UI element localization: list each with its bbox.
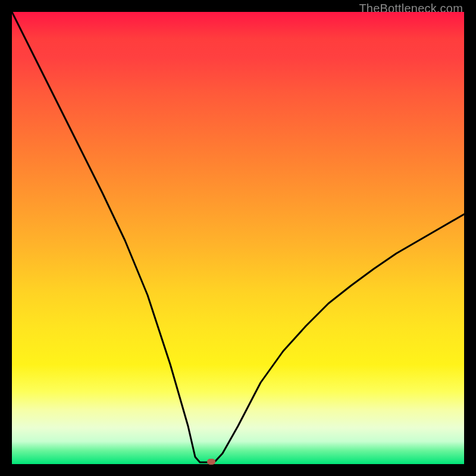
bottleneck-curve xyxy=(12,12,464,462)
plot-area xyxy=(12,12,464,464)
curve-svg xyxy=(12,12,464,464)
optimal-marker xyxy=(207,459,215,465)
chart-container: TheBottleneck.com xyxy=(0,0,476,476)
